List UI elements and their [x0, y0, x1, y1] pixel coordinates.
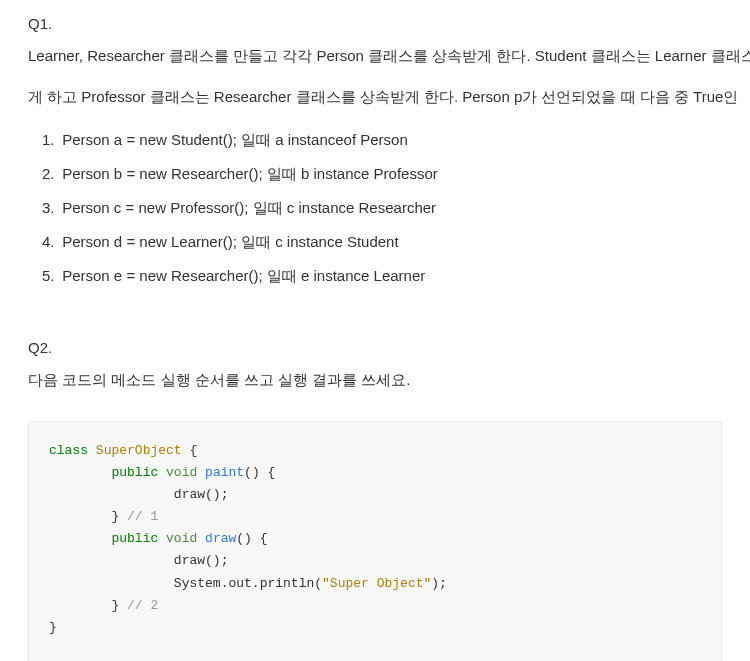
code-token-comment: // 2	[127, 598, 158, 613]
q1-option-5: 5. Person e = new Researcher(); 일때 e ins…	[42, 264, 750, 288]
code-token-clsname: SuperObject	[96, 443, 182, 458]
code-token-type: void	[166, 465, 197, 480]
code-token-method: draw	[205, 531, 236, 546]
question-q1: Q1. Learner, Researcher 클래스를 만들고 각각 Pers…	[28, 12, 750, 288]
code-token-punct: ()	[244, 465, 260, 480]
code-token-punct: }	[111, 509, 119, 524]
code-token-punct: }	[49, 620, 57, 635]
q1-desc-line2: 게 하고 Professor 클래스는 Researcher 클래스를 상속받게…	[28, 83, 750, 110]
code-token-comment: // 1	[127, 509, 158, 524]
code-token-type: void	[166, 531, 197, 546]
code-token-punct: draw();	[174, 487, 229, 502]
code-token-kw: public	[111, 531, 158, 546]
code-token-punct: }	[111, 598, 119, 613]
code-token-punct: System.out.println(	[174, 576, 322, 591]
q1-option-5-text: Person e = new Researcher(); 일때 e instan…	[62, 267, 425, 284]
q1-option-4: 4. Person d = new Learner(); 일때 c instan…	[42, 230, 750, 254]
q1-option-3: 3. Person c = new Professor(); 일때 c inst…	[42, 196, 750, 220]
code-token-method: paint	[205, 465, 244, 480]
code-token-punct: draw();	[174, 553, 229, 568]
code-token-punct: );	[431, 576, 447, 591]
q1-option-1: 1. Person a = new Student(); 일때 a instan…	[42, 128, 750, 152]
code-token-kw: public	[111, 465, 158, 480]
code-token-punct: {	[268, 465, 276, 480]
q1-desc-line1: Learner, Researcher 클래스를 만들고 각각 Person 클…	[28, 42, 750, 69]
code-token-punct: {	[260, 531, 268, 546]
q1-option-1-text: Person a = new Student(); 일때 a instanceo…	[62, 131, 408, 148]
code-token-string: "Super Object"	[322, 576, 431, 591]
code-token-punct: {	[189, 443, 197, 458]
q1-option-4-text: Person d = new Learner(); 일때 c instance …	[62, 233, 398, 250]
q1-options-list: 1. Person a = new Student(); 일때 a instan…	[42, 128, 750, 288]
q1-option-2: 2. Person b = new Researcher(); 일때 b ins…	[42, 162, 750, 186]
q1-heading: Q1.	[28, 12, 750, 36]
q2-heading: Q2.	[28, 336, 750, 360]
q1-option-2-text: Person b = new Researcher(); 일때 b instan…	[62, 165, 438, 182]
q1-option-3-text: Person c = new Professor(); 일때 c instanc…	[62, 199, 436, 216]
code-token-kw: class	[49, 443, 88, 458]
q2-desc: 다음 코드의 메소드 실행 순서를 쓰고 실행 결과를 쓰세요.	[28, 366, 750, 393]
code-content: class SuperObject { public void paint() …	[49, 440, 701, 661]
code-block: class SuperObject { public void paint() …	[28, 421, 722, 661]
question-q2: Q2. 다음 코드의 메소드 실행 순서를 쓰고 실행 결과를 쓰세요.	[28, 336, 750, 393]
code-token-punct: ()	[236, 531, 252, 546]
